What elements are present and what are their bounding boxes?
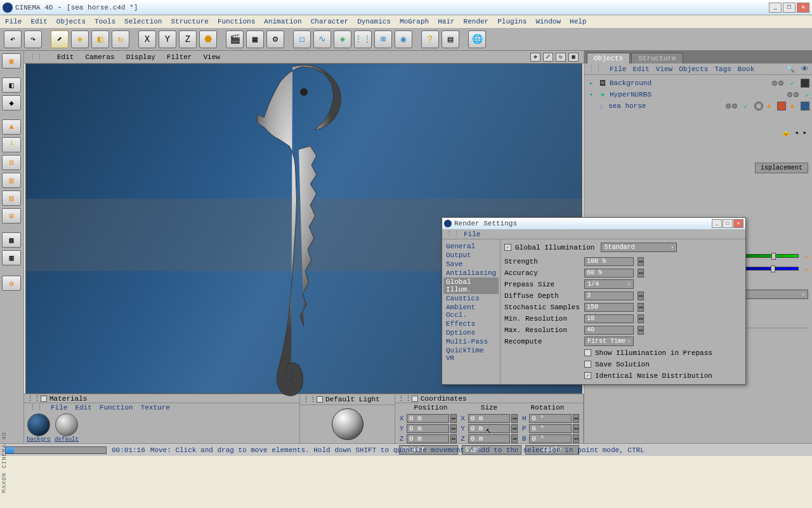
uv-mode-button[interactable]: ▦ (2, 250, 21, 265)
objmenu-book[interactable]: Book (738, 65, 754, 73)
diffuse-depth-field[interactable]: 3 (584, 291, 634, 300)
menu-character[interactable]: Character (311, 18, 348, 25)
menu-render[interactable]: Render (464, 18, 489, 25)
size-y-field[interactable]: 0 m (468, 424, 511, 433)
view-rotate-icon[interactable]: ↻ (556, 53, 566, 62)
minres-field[interactable]: 10 (584, 314, 634, 323)
drag-handle-icon[interactable]: ⋮⋮ (588, 65, 602, 73)
recompute-dropdown[interactable]: First Time (584, 337, 634, 346)
objmenu-edit[interactable]: Edit (632, 65, 649, 73)
array-button[interactable]: ⋮⋮ (354, 30, 372, 48)
object-row-hypernurbs[interactable]: ▾◈HyperNURBS✓ (587, 89, 809, 100)
materials-file-menu[interactable]: File (51, 404, 67, 411)
menu-objects[interactable]: Objects (56, 18, 86, 25)
menu-help[interactable]: Help (570, 18, 586, 25)
rs-global-illum[interactable]: Global Illum. (443, 277, 499, 294)
hierarchy-mode-button[interactable]: ⊞ (2, 208, 21, 224)
points-mode-button[interactable]: ⊡ (2, 155, 21, 170)
strength-field[interactable]: 100 % (584, 257, 634, 266)
stochastic-field[interactable]: 150 (584, 303, 634, 312)
rs-ambient-occl[interactable]: Ambient Occl. (443, 303, 499, 319)
gi-mode-dropdown[interactable]: Standard (601, 243, 677, 252)
objmenu-file[interactable]: File (610, 65, 626, 73)
materials-function-menu[interactable]: Function (100, 404, 133, 411)
view-zoom-icon[interactable]: ⤢ (543, 53, 553, 62)
minimize-button[interactable]: _ (769, 3, 782, 13)
menu-structure[interactable]: Structure (171, 18, 208, 25)
spinner[interactable]: ◂▸ (511, 424, 518, 433)
rs-save[interactable]: Save (443, 260, 499, 269)
menu-dynamics[interactable]: Dynamics (357, 18, 391, 25)
menu-tools[interactable]: Tools (95, 18, 115, 25)
menu-window[interactable]: Window (535, 18, 561, 25)
spinner[interactable]: ◂▸ (511, 434, 518, 443)
axis-z-button[interactable]: Z (179, 30, 197, 48)
cube-primitive-button[interactable]: ◻ (293, 30, 311, 48)
prepass-dropdown[interactable]: 1/4 (584, 279, 634, 289)
pos-z-field[interactable]: 0 m (407, 434, 449, 443)
rs-effects[interactable]: Effects (443, 319, 499, 328)
view-filter-menu[interactable]: Filter (167, 53, 192, 61)
redo-button[interactable]: ↷ (24, 30, 42, 48)
dialog-maximize-button[interactable]: □ (723, 219, 733, 228)
save-solution-checkbox[interactable] (584, 361, 591, 368)
maxres-field[interactable]: 40 (584, 326, 634, 335)
drag-handle-icon[interactable]: ⋮⋮ (29, 403, 43, 411)
displacement-tab[interactable]: isplacement (755, 163, 808, 173)
spinner[interactable]: ◂▸ (638, 303, 644, 312)
objects-tab[interactable]: Objects (587, 53, 630, 64)
drag-handle-icon[interactable]: ⋮⋮ (29, 53, 43, 61)
maximize-button[interactable]: □ (783, 3, 796, 13)
eye-icon[interactable]: 👁 (801, 65, 808, 73)
prev-icon[interactable]: ◂ (794, 129, 799, 137)
menu-edit[interactable]: Edit (30, 18, 47, 25)
dialog-minimize-button[interactable]: _ (712, 219, 722, 228)
gi-enable-checkbox[interactable] (504, 244, 511, 251)
next-icon[interactable]: ▸ (802, 129, 807, 137)
render-settings-button[interactable]: ⚙ (266, 30, 284, 48)
rs-general[interactable]: General (443, 242, 499, 251)
rs-caustics[interactable]: Caustics (443, 294, 499, 303)
tag-icon[interactable] (754, 102, 763, 110)
checkbox[interactable] (41, 396, 47, 402)
identical-noise-checkbox[interactable] (584, 372, 591, 379)
tag-icon[interactable] (777, 102, 786, 110)
spinner[interactable]: ◂▸ (450, 424, 457, 433)
structure-tab[interactable]: Structure (631, 53, 683, 64)
rs-output[interactable]: Output (443, 251, 499, 260)
objmenu-objects[interactable]: Objects (679, 65, 708, 73)
slider-max-icon[interactable]: ▴ (804, 265, 808, 273)
deform-mode-button[interactable]: ✿ (2, 276, 21, 291)
spinner[interactable]: ◂▸ (638, 291, 644, 300)
rs-multipass[interactable]: Multi-Pass (443, 337, 499, 346)
rs-quicktimevr[interactable]: QuickTime VR (443, 346, 499, 363)
spinner[interactable]: ◂▸ (450, 434, 457, 443)
object-row-seahorse[interactable]: △sea horse✓ ▲ ▲ (587, 100, 809, 112)
material-slot[interactable]: backgro (26, 413, 51, 443)
dialog-close-button[interactable]: ✕ (733, 219, 743, 228)
objmenu-view[interactable]: View (656, 65, 672, 73)
deformer-button[interactable]: ⊞ (374, 30, 392, 48)
tag-icon[interactable]: ▲ (767, 102, 771, 110)
menu-mograph[interactable]: MoGraph (400, 18, 429, 25)
materials-edit-menu[interactable]: Edit (75, 404, 91, 411)
lock-icon[interactable]: 🔓 (782, 129, 790, 137)
drag-handle-icon[interactable]: ⋮⋮ (446, 230, 460, 238)
menu-file[interactable]: File (5, 18, 22, 25)
axis-y-button[interactable]: Y (159, 30, 176, 48)
light-preview[interactable] (300, 405, 395, 443)
size-z-field[interactable]: 0 m (468, 434, 511, 443)
axis-mode-button[interactable]: ▲ (2, 119, 21, 135)
menu-functions[interactable]: Functions (218, 18, 255, 25)
search-icon[interactable]: 🔍 (786, 65, 795, 73)
size-x-field[interactable]: 0 m (468, 414, 511, 423)
rot-b-field[interactable]: 0 ° (529, 434, 572, 443)
menu-animation[interactable]: Animation (264, 18, 301, 25)
spinner[interactable]: ◂▸ (511, 414, 518, 423)
view-display-menu[interactable]: Display (126, 53, 155, 61)
axis-x-button[interactable]: X (138, 30, 156, 48)
web-button[interactable]: 🌐 (468, 30, 486, 48)
view-pan-icon[interactable]: ✥ (530, 53, 540, 62)
tag-icon[interactable] (801, 102, 809, 110)
close-button[interactable]: ✕ (797, 3, 809, 13)
